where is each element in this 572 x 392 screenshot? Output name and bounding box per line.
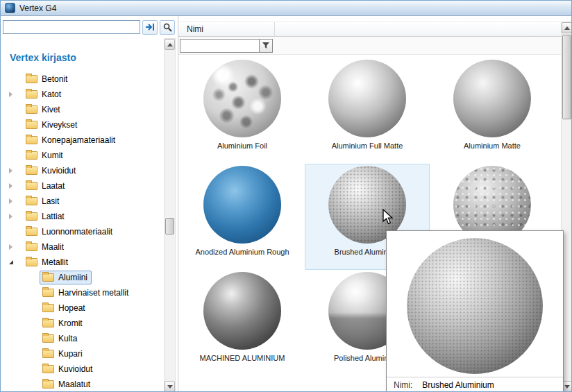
folder-icon: [26, 105, 37, 114]
folder-icon: [42, 334, 54, 343]
material-item-machined-aluminium[interactable]: MACHINED ALUMINIUM: [180, 270, 305, 376]
folder-icon: [26, 136, 37, 144]
sidebar-item-katot[interactable]: Katot: [1, 87, 164, 102]
sidebar-item-kulta[interactable]: Kulta: [1, 331, 164, 346]
material-item-aluminium-matte[interactable]: Aluminium Matte: [430, 58, 555, 164]
arrow-up-icon: [564, 26, 570, 30]
material-item-aluminium-full-matte[interactable]: Aluminium Full Matte: [305, 58, 430, 164]
library-sidebar: Vertex kirjasto Betonit Katot Kivet Kive…: [1, 38, 164, 392]
sidebar-item-label: Kivet: [42, 105, 60, 114]
arrow-down-icon: [167, 385, 173, 389]
sidebar-title: Vertex kirjasto: [10, 52, 76, 63]
blue-arrow-icon: [145, 23, 155, 31]
sidebar-item-label: Maalatut: [58, 380, 90, 389]
folder-icon: [42, 380, 54, 389]
sidebar-item-maalit[interactable]: Maalit: [1, 239, 164, 255]
go-button[interactable]: [142, 20, 158, 35]
material-name: Aluminium Matte: [464, 142, 521, 150]
sidebar-item-maalatut[interactable]: Maalatut: [1, 377, 164, 392]
folder-icon: [42, 365, 54, 373]
material-preview-popup: Nimi: Brushed Aluminium: [386, 230, 564, 392]
sidebar-item-label: Metallit: [42, 257, 68, 267]
chevron-right-icon[interactable]: [5, 183, 23, 189]
filter-input[interactable]: [180, 39, 259, 53]
sidebar-item-kromit[interactable]: Kromit: [1, 316, 164, 331]
scrollbar-thumb[interactable]: [165, 218, 174, 235]
filter-button[interactable]: [259, 39, 273, 53]
sidebar-item-metallit[interactable]: Metallit: [1, 255, 164, 270]
scroll-up-button[interactable]: [165, 39, 175, 50]
folder-icon: [42, 289, 54, 297]
folder-icon: [26, 182, 37, 190]
folder-icon: [26, 90, 37, 99]
sidebar-item-konepajamateriaalit[interactable]: Konepajamateriaalit: [1, 133, 164, 148]
chevron-expanded-icon[interactable]: [5, 260, 23, 264]
scroll-down-button[interactable]: [165, 381, 175, 392]
search-button[interactable]: [160, 20, 175, 35]
search-input[interactable]: [3, 20, 140, 34]
material-sphere: [203, 60, 281, 137]
search-icon: [163, 23, 172, 32]
sidebar-item-lasit[interactable]: Lasit: [1, 194, 164, 209]
sidebar-item-kiveykset[interactable]: Kiveykset: [1, 117, 164, 133]
folder-icon: [26, 228, 37, 236]
sidebar-item-label: Kumit: [42, 151, 63, 160]
folder-icon: [26, 197, 37, 205]
app-icon: [5, 3, 15, 13]
search-toolbar: [1, 16, 178, 38]
material-sphere: [203, 166, 281, 244]
folder-icon: [42, 273, 54, 282]
chevron-right-icon[interactable]: [5, 244, 23, 250]
sidebar-item-label: Kulta: [58, 334, 77, 343]
sidebar-item-label: Laatat: [42, 181, 65, 191]
column-separator[interactable]: [274, 22, 275, 36]
sidebar-item-label: Alumiini: [58, 273, 87, 282]
sidebar-item-harvinaiset-metallit[interactable]: Harvinaiset metallit: [1, 285, 164, 300]
sidebar-item-laatat[interactable]: Laatat: [1, 178, 164, 194]
sidebar-item-kuvioidut-metallit[interactable]: Kuvioidut: [1, 361, 164, 377]
sidebar-item-kuvioidut[interactable]: Kuvioidut: [1, 163, 164, 178]
material-item-anodized-aluminium-rough[interactable]: Anodized Aluminium Rough: [180, 164, 305, 270]
sidebar-item-lattiat[interactable]: Lattiat: [1, 209, 164, 224]
folder-icon: [42, 319, 54, 327]
sidebar-item-label: Kiveykset: [42, 120, 77, 130]
material-sphere: [328, 60, 406, 137]
preview-material-name: Brushed Aluminium: [422, 380, 494, 390]
folder-icon: [42, 350, 54, 358]
material-sphere: [453, 60, 531, 137]
scroll-up-button[interactable]: [562, 22, 572, 33]
chevron-right-icon[interactable]: [5, 92, 23, 97]
sidebar-item-label: Harvinaiset metallit: [58, 288, 128, 298]
mouse-cursor: [382, 209, 396, 225]
sidebar-item-hopeat[interactable]: Hopeat: [1, 300, 164, 316]
sidebar-item-kivet[interactable]: Kivet: [1, 102, 164, 117]
sidebar-item-alumiini[interactable]: Alumiini: [1, 270, 164, 285]
sidebar-item-label: Konepajamateriaalit: [42, 135, 115, 145]
folder-icon: [26, 243, 37, 251]
column-header-nimi[interactable]: Nimi: [178, 22, 561, 37]
sidebar-item-label: Katot: [42, 90, 61, 99]
sidebar-item-betonit[interactable]: Betonit: [1, 71, 164, 87]
filter-row: [178, 37, 561, 55]
material-item-aluminium-foil[interactable]: Aluminium Foil: [180, 58, 305, 164]
sidebar-item-label: Lasit: [42, 196, 59, 206]
column-header-label: Nimi: [187, 24, 203, 34]
sidebar-item-kumit[interactable]: Kumit: [1, 148, 164, 163]
sidebar-item-kupari[interactable]: Kupari: [1, 346, 164, 361]
sidebar-item-label: Kromit: [58, 318, 83, 328]
sidebar-item-label: Maalit: [42, 242, 64, 252]
material-name: MACHINED ALUMINIUM: [200, 354, 285, 362]
app-window: Vertex G4 Vertex kirjasto Betonit Katot …: [0, 0, 572, 392]
window-title: Vertex G4: [19, 3, 56, 13]
sidebar-item-label: Luonnonmateriaalit: [42, 227, 112, 237]
sidebar-item-luonnonmateriaalit[interactable]: Luonnonmateriaalit: [1, 224, 164, 239]
chevron-right-icon[interactable]: [5, 198, 23, 204]
scrollbar-thumb[interactable]: [562, 35, 571, 119]
preview-field-label: Nimi:: [394, 380, 412, 390]
folder-icon: [42, 304, 54, 312]
material-sphere: [203, 272, 281, 350]
folder-icon: [26, 75, 37, 83]
chevron-right-icon[interactable]: [5, 214, 23, 219]
chevron-right-icon[interactable]: [5, 168, 23, 173]
sidebar-scrollbar[interactable]: [164, 38, 176, 392]
